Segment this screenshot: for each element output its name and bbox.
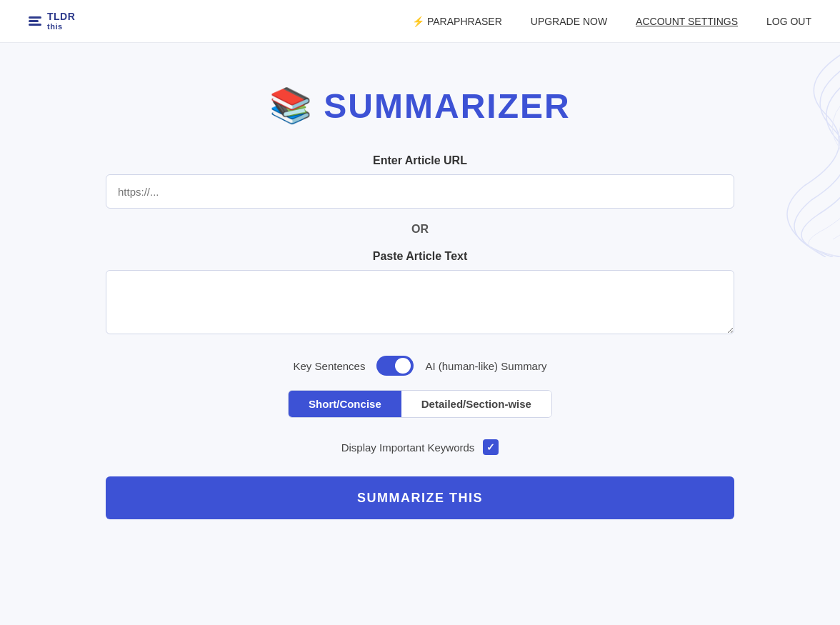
summary-type-toggle[interactable]: [376, 356, 414, 376]
logo[interactable]: TLDR this: [29, 11, 75, 31]
checkmark-icon: ✓: [486, 441, 495, 453]
logo-this: this: [47, 22, 75, 31]
main-content: 📚 SUMMARIZER Enter Article URL OR Paste …: [0, 43, 840, 519]
toggle-left-label: Key Sentences: [294, 360, 366, 372]
logo-text: TLDR this: [47, 11, 75, 31]
nav-paraphraser[interactable]: ⚡ PARAPHRASER: [412, 16, 502, 27]
mode-buttons-group: Short/Concise Detailed/Section-wise: [288, 390, 552, 418]
paste-field-label: Paste Article Text: [373, 250, 468, 263]
detailed-section-button[interactable]: Detailed/Section-wise: [401, 391, 551, 417]
main-nav: ⚡ PARAPHRASER UPGRADE NOW ACCOUNT SETTIN…: [412, 16, 811, 27]
page-title-section: 📚 SUMMARIZER: [269, 86, 570, 126]
toggle-slider: [376, 356, 414, 376]
toggle-section: Key Sentences AI (human-like) Summary: [294, 356, 547, 376]
keywords-label: Display Important Keywords: [341, 441, 475, 454]
url-input[interactable]: [106, 174, 734, 209]
toggle-right-label: AI (human-like) Summary: [425, 360, 546, 372]
url-field-label: Enter Article URL: [373, 154, 467, 167]
logo-bars-icon: [29, 16, 41, 26]
summarize-button[interactable]: SUMMARIZE THIS: [106, 476, 734, 519]
nav-upgrade[interactable]: UPGRADE NOW: [531, 16, 607, 27]
nav-account-settings[interactable]: ACCOUNT SETTINGS: [636, 16, 738, 27]
keywords-checkbox[interactable]: ✓: [483, 439, 499, 455]
article-text-input[interactable]: [106, 270, 734, 334]
or-divider: OR: [411, 223, 429, 236]
short-concise-button[interactable]: Short/Concise: [289, 391, 401, 417]
logo-tldr: TLDR: [47, 11, 75, 22]
nav-logout[interactable]: LOG OUT: [766, 16, 811, 27]
title-emoji: 📚: [269, 86, 312, 126]
keywords-section: Display Important Keywords ✓: [341, 439, 499, 455]
header: TLDR this ⚡ PARAPHRASER UPGRADE NOW ACCO…: [0, 0, 840, 43]
form-section: Enter Article URL OR Paste Article Text …: [106, 154, 734, 476]
page-title: SUMMARIZER: [324, 86, 570, 126]
